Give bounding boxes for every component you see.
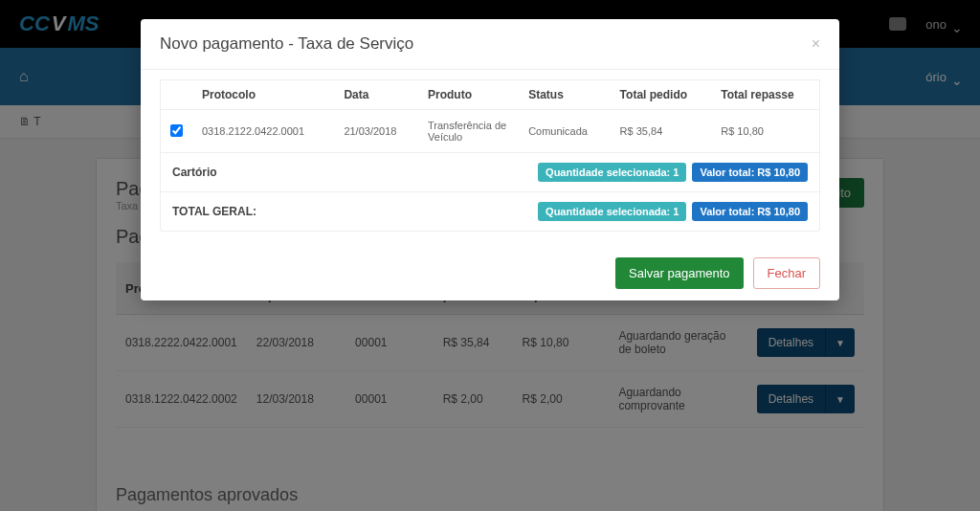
- save-button[interactable]: Salvar pagamento: [615, 257, 744, 289]
- badge-valor: Valor total: R$ 10,80: [692, 202, 808, 221]
- mcol-protocolo: Protocolo: [192, 80, 334, 110]
- modal-footer: Salvar pagamento Fechar: [141, 246, 839, 300]
- close-button[interactable]: Fechar: [753, 257, 820, 289]
- mcol-data: Data: [334, 80, 418, 110]
- modal-row: 0318.2122.0422.0001 21/03/2018 Transferê…: [161, 110, 820, 153]
- row-checkbox[interactable]: [170, 124, 183, 137]
- modal-header: Novo pagamento - Taxa de Serviço ×: [141, 19, 839, 70]
- close-icon[interactable]: ×: [812, 35, 820, 53]
- mcell-protocolo: 0318.2122.0422.0001: [192, 110, 334, 153]
- mcol-status: Status: [519, 80, 610, 110]
- badge-qtd: Quantidade selecionada: 1: [538, 163, 686, 182]
- badge-qtd: Quantidade selecionada: 1: [538, 202, 686, 221]
- badge-valor: Valor total: R$ 10,80: [692, 163, 808, 182]
- mcol-produto: Produto: [418, 80, 519, 110]
- summary-label: TOTAL GERAL:: [172, 205, 256, 218]
- mcell-repasse: R$ 10,80: [711, 110, 819, 153]
- modal-backdrop: Novo pagamento - Taxa de Serviço × Proto…: [0, 0, 980, 511]
- summary-cartorio: Cartório Quantidade selecionada: 1 Valor…: [160, 153, 820, 192]
- mcell-data: 21/03/2018: [334, 110, 418, 153]
- mcell-produto: Transferência de Veículo: [418, 110, 519, 153]
- modal-title: Novo pagamento - Taxa de Serviço: [160, 34, 413, 54]
- summary-total: TOTAL GERAL: Quantidade selecionada: 1 V…: [160, 192, 820, 232]
- mcell-pedido: R$ 35,84: [611, 110, 712, 153]
- mcol-pedido: Total pedido: [611, 80, 712, 110]
- modal-table: Protocolo Data Produto Status Total pedi…: [160, 79, 820, 153]
- mcell-status: Comunicada: [519, 110, 610, 153]
- mcol-repasse: Total repasse: [711, 80, 819, 110]
- modal-body: Protocolo Data Produto Status Total pedi…: [141, 79, 839, 246]
- summary-label: Cartório: [172, 166, 217, 179]
- modal: Novo pagamento - Taxa de Serviço × Proto…: [141, 19, 839, 300]
